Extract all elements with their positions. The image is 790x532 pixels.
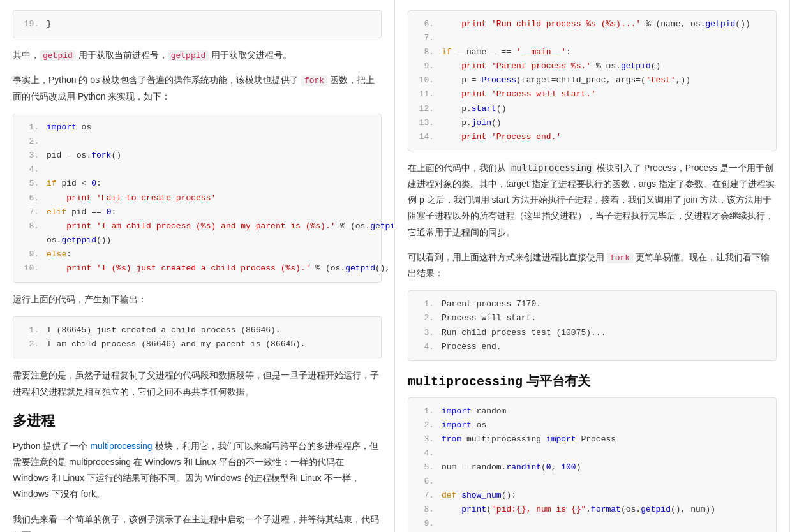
code-block-2: 1.import os 2. 3.pid = os.fork() 4. 5.if… [13, 114, 382, 283]
text-paragraph-4: 需要注意的是，虽然子进程复制了父进程的代码段和数据段等，但是一旦子进程开始运行，… [13, 367, 382, 399]
code-block-1: 19.} [13, 10, 382, 38]
text-paragraph-3: 运行上面的代码，产生如下输出： [13, 292, 382, 307]
code-block-output-right: 1.Parent process 7170. 2.Process will st… [408, 290, 777, 360]
section-title-multiprocess: 多进程 [13, 411, 382, 431]
left-column: 19.} 其中，getpid 用于获取当前进程号，getppid 用于获取父进程… [0, 0, 395, 532]
code-block-output-1: 1.I (86645) just created a child process… [13, 316, 382, 358]
text-paragraph-right-2: 可以看到，用上面这种方式来创建进程比直接使用 fork 更简单易懂。现在，让我们… [408, 249, 777, 282]
text-paragraph-1: 其中，getpid 用于获取当前进程号，getppid 用于获取父进程号。 [13, 47, 382, 63]
code-block-right-1: 6. print 'Run child process %s (%s)...' … [408, 10, 777, 151]
text-paragraph-2: 事实上，Python 的 os 模块包含了普遍的操作系统功能，该模块也提供了 f… [13, 72, 382, 105]
code-block-right-2: 1.import random 2.import os 3.from multi… [408, 397, 777, 532]
text-paragraph-5: Python 提供了一个 multiprocessing 模块，利用它，我们可以… [13, 438, 382, 503]
section-title-platform: multiprocessing 与平台有关 [408, 373, 777, 390]
right-column: 6. print 'Run child process %s (%s)...' … [395, 0, 790, 532]
text-paragraph-6: 我们先来看一个简单的例子，该例子演示了在主进程中启动一个子进程，并等待其结束，代… [13, 512, 382, 532]
text-paragraph-right-1: 在上面的代码中，我们从 multiprocessing 模块引入了 Proces… [408, 160, 777, 240]
